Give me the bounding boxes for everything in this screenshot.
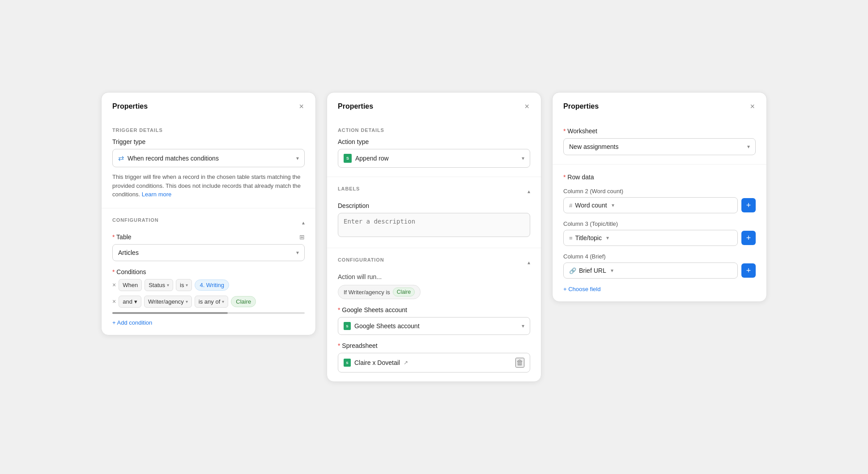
panel-action: Properties × ACTION DETAILS Action type …: [327, 92, 541, 382]
labels-section: LABELS ▴ Description: [327, 177, 541, 248]
column-1-value: Word count: [575, 202, 607, 209]
action-config-section: CONFIGURATION ▴ Action will run... If Wr…: [327, 248, 541, 381]
action-details-section: ACTION DETAILS Action type S Append row …: [327, 118, 541, 177]
link-icon-3: 🔗: [569, 267, 576, 274]
column-3-plus-button[interactable]: +: [741, 263, 756, 278]
learn-more-link[interactable]: Learn more: [142, 191, 171, 198]
panel-trigger-header: Properties ×: [102, 93, 315, 118]
worksheet-section: * Worksheet New assignments ▾: [553, 118, 766, 165]
table-value: Articles: [118, 249, 139, 256]
hash-icon-1: #: [569, 202, 572, 209]
trigger-config-collapse[interactable]: ▴: [302, 220, 305, 226]
choose-field-button[interactable]: + Choose field: [563, 286, 600, 292]
trigger-type-select[interactable]: ⇄ When record matches conditions ▾: [112, 149, 305, 167]
condition-2-connector[interactable]: and ▾: [119, 296, 141, 308]
google-account-icon: S: [344, 322, 351, 330]
column-1-label: Column 2 (Word count): [563, 188, 756, 195]
column-2-value: Title/topic: [575, 234, 602, 241]
worksheet-field-label: * Worksheet: [563, 127, 756, 135]
append-row-icon: S: [344, 154, 352, 163]
trigger-type-icon: ⇄: [118, 154, 124, 162]
condition-scrollbar: [112, 312, 305, 314]
trigger-config-section: CONFIGURATION ▴ * Table ⊞ Articles ▾ * C…: [102, 208, 315, 335]
column-3-label: Column 4 (Brief): [563, 253, 756, 260]
worksheet-value: New assignments: [569, 143, 619, 150]
action-type-select[interactable]: S Append row ▾: [338, 149, 530, 168]
column-item-1: Column 2 (Word count) # Word count ▾ +: [563, 188, 756, 213]
expand-icon: ⊞: [299, 233, 305, 241]
column-2-label: Column 3 (Topic/title): [563, 220, 756, 227]
column-item-3: Column 4 (Brief) 🔗 Brief URL ▾ +: [563, 253, 756, 279]
panel-row-data-close[interactable]: ×: [749, 102, 756, 111]
condition-1-when[interactable]: When: [119, 279, 142, 291]
add-condition-button[interactable]: + Add condition: [112, 319, 152, 326]
column-2-plus-button[interactable]: +: [741, 231, 756, 245]
action-type-label: Action type: [338, 138, 530, 145]
panel-trigger: Properties × TRIGGER DETAILS Trigger typ…: [101, 92, 316, 335]
column-1-select[interactable]: # Word count ▾: [563, 197, 738, 213]
panel-trigger-close[interactable]: ×: [298, 102, 305, 111]
spreadsheet-field-label: * Spreadsheet: [338, 342, 530, 349]
condition-row-1: × When Status ▾ is ▾ 4. Writing: [112, 279, 305, 291]
table-select[interactable]: Articles ▾: [112, 244, 305, 261]
condition-2-field[interactable]: Writer/agency ▾: [144, 296, 192, 308]
panel-row-data-title: Properties: [563, 102, 599, 110]
action-type-value: Append row: [355, 155, 389, 162]
column-2-select[interactable]: ≡ Title/topic ▾: [563, 230, 738, 246]
google-account-select[interactable]: S Google Sheets account ▾: [338, 317, 530, 335]
trigger-config-label: CONFIGURATION: [112, 217, 159, 223]
conditions-field-label: * Conditions: [112, 268, 305, 275]
text-icon-2: ≡: [569, 235, 573, 241]
action-type-chevron: ▾: [522, 155, 524, 161]
condition-1-field[interactable]: Status ▾: [145, 279, 173, 291]
worksheet-select[interactable]: New assignments ▾: [563, 138, 756, 155]
condition-row-2: × and ▾ Writer/agency ▾ is any of ▾ Clai…: [112, 296, 305, 308]
external-link-icon: ↗: [404, 360, 408, 366]
description-input[interactable]: [338, 213, 530, 237]
action-details-label: ACTION DETAILS: [338, 127, 530, 133]
row-data-section: * Row data Column 2 (Word count) # Word …: [553, 165, 766, 301]
action-will-run-label: Action will run...: [338, 273, 530, 280]
labels-label: LABELS: [338, 186, 360, 191]
panel-row-data-header: Properties ×: [553, 93, 766, 118]
panel-row-data: Properties × * Worksheet New assignments…: [552, 92, 767, 302]
panel-action-header: Properties ×: [327, 93, 541, 118]
trigger-type-label: Trigger type: [112, 138, 305, 145]
run-condition-value: Claire: [393, 288, 415, 296]
row-data-field-label: * Row data: [563, 174, 756, 181]
column-3-value: Brief URL: [579, 267, 606, 274]
trigger-type-value: When record matches conditions: [128, 155, 219, 162]
worksheet-chevron: ▾: [747, 144, 750, 150]
spreadsheet-icon: S: [344, 359, 351, 367]
trigger-details-label: TRIGGER DETAILS: [112, 127, 305, 133]
panel-action-close[interactable]: ×: [523, 102, 530, 111]
trigger-type-chevron: ▾: [296, 155, 299, 161]
action-config-label: CONFIGURATION: [338, 257, 384, 262]
run-condition-badge: If Writer/agency is Claire: [338, 285, 421, 299]
trigger-info-text: This trigger will fire when a record in …: [112, 173, 305, 199]
column-item-2: Column 3 (Topic/title) ≡ Title/topic ▾ +: [563, 220, 756, 246]
spreadsheet-delete-button[interactable]: 🗑: [515, 358, 524, 368]
panel-trigger-title: Properties: [112, 102, 148, 110]
column-1-plus-button[interactable]: +: [741, 198, 756, 212]
panels-container: Properties × TRIGGER DETAILS Trigger typ…: [101, 92, 767, 382]
condition-1-operator[interactable]: is ▾: [176, 279, 192, 291]
spreadsheet-value: Claire x Dovetail: [354, 359, 400, 366]
condition-2-remove[interactable]: ×: [112, 298, 116, 305]
spreadsheet-row: S Claire x Dovetail ↗ 🗑: [338, 353, 530, 372]
condition-1-remove[interactable]: ×: [112, 281, 116, 288]
trigger-details-section: TRIGGER DETAILS Trigger type ⇄ When reco…: [102, 118, 315, 208]
table-chevron: ▾: [296, 250, 299, 256]
description-label: Description: [338, 202, 530, 209]
panel-action-title: Properties: [338, 102, 373, 110]
condition-1-value: 4. Writing: [195, 279, 229, 291]
google-account-value: Google Sheets account: [354, 322, 420, 330]
column-3-select[interactable]: 🔗 Brief URL ▾: [563, 262, 738, 279]
condition-2-operator[interactable]: is any of ▾: [195, 296, 228, 308]
table-field-label: * Table: [112, 233, 132, 241]
google-account-field-label: * Google Sheets account: [338, 306, 530, 313]
action-config-collapse[interactable]: ▴: [528, 259, 530, 266]
condition-2-value: Claire: [231, 296, 256, 307]
labels-collapse[interactable]: ▴: [528, 188, 530, 195]
google-account-chevron: ▾: [522, 323, 524, 329]
